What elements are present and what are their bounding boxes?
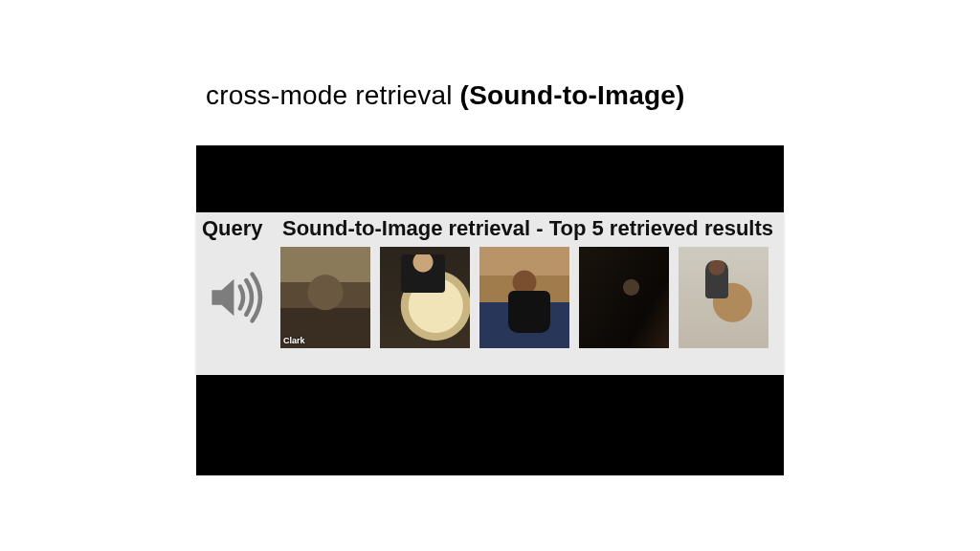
title-bold: (Sound-to-Image) [460,80,685,110]
slide: cross-mode retrieval (Sound-to-Image) Qu… [0,0,980,551]
speaker-icon [202,254,271,341]
result-thumbnail-5 [679,247,768,348]
query-header: Query [202,216,282,241]
retrieval-panel: Query Sound-to-Image retrieval - Top 5 r… [196,212,784,375]
results-header: Sound-to-Image retrieval - Top 5 retriev… [282,216,778,241]
title-prefix: cross-mode retrieval [206,80,460,110]
panel-headers: Query Sound-to-Image retrieval - Top 5 r… [202,216,778,241]
result-thumbnail-4 [579,247,669,348]
result-thumbnail-3 [479,247,569,348]
result-thumbnail-2 [380,247,470,348]
thumbnail-row [202,247,768,348]
demo-frame: Query Sound-to-Image retrieval - Top 5 r… [196,145,784,475]
result-thumbnail-1 [280,247,370,348]
slide-title: cross-mode retrieval (Sound-to-Image) [206,80,685,111]
